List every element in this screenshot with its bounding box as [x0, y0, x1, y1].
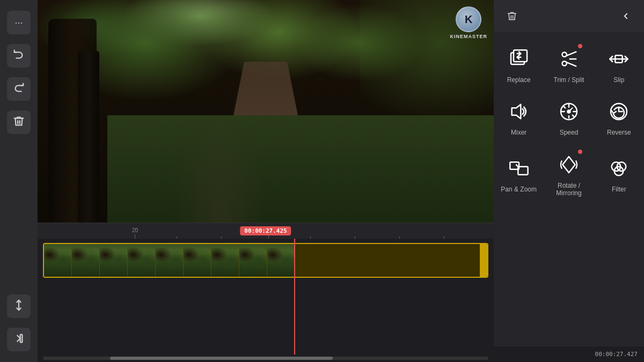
track-frame-7 — [211, 244, 239, 277]
pan-zoom-icon — [506, 156, 532, 181]
tools-grid: Replace Trim / Split — [494, 32, 644, 346]
right-panel: Replace Trim / Split — [494, 0, 644, 362]
svg-line-7 — [566, 62, 576, 66]
video-track[interactable] — [43, 243, 488, 278]
insert-icon — [13, 333, 25, 347]
adjust-icon — [13, 299, 25, 314]
speed-tool[interactable]: Speed — [544, 90, 594, 143]
undo-button[interactable] — [7, 44, 31, 68]
trash-icon — [13, 115, 25, 130]
rotate-mirroring-icon — [556, 152, 582, 178]
tree-trunk-secondary — [78, 51, 99, 223]
right-panel-header — [494, 0, 644, 32]
track-frames — [44, 244, 487, 277]
video-preview: K KINEMASTER — [38, 0, 494, 223]
panel-delete-button[interactable] — [502, 6, 522, 26]
right-foliage — [360, 0, 494, 118]
filter-label: Filter — [612, 186, 626, 193]
filter-icon — [606, 156, 632, 181]
track-frame-4 — [128, 244, 156, 277]
redo-button[interactable] — [7, 77, 31, 101]
trim-split-badge — [578, 44, 582, 48]
panel-back-button[interactable] — [616, 6, 635, 26]
forest-path — [212, 62, 319, 223]
svg-line-18 — [573, 115, 574, 117]
rotate-mirroring-badge — [578, 150, 582, 154]
filter-tool[interactable]: Filter — [594, 143, 644, 204]
track-frame-9 — [267, 244, 295, 277]
svg-rect-1 — [20, 334, 23, 342]
more-options-button[interactable]: ··· — [7, 11, 31, 34]
mixer-icon — [506, 99, 532, 124]
trim-split-label: Trim / Split — [554, 76, 584, 84]
undo-icon — [13, 49, 25, 63]
svg-point-20 — [567, 110, 570, 113]
main-container: ··· — [0, 0, 644, 362]
slip-label: Slip — [613, 76, 624, 84]
reverse-icon — [606, 99, 632, 124]
timeline-ruler: 20 25 — [38, 223, 494, 239]
svg-rect-3 — [514, 50, 527, 62]
foliage-overlay — [38, 0, 494, 118]
replace-icon — [506, 46, 532, 72]
insert-button[interactable] — [7, 328, 31, 351]
svg-line-17 — [564, 106, 565, 108]
timeline-scrollbar[interactable] — [43, 357, 488, 360]
ruler-mark-20: 20 — [132, 227, 138, 239]
timeline-tracks — [38, 239, 494, 354]
redo-icon — [13, 82, 25, 97]
pan-zoom-tool[interactable]: Pan & Zoom — [494, 143, 544, 204]
speed-label: Speed — [560, 129, 579, 136]
tree-trunk-main — [48, 19, 97, 223]
ruler-label-20: 20 — [132, 227, 138, 233]
track-frame-1 — [44, 244, 72, 277]
timeline-area: 20 25 — [38, 223, 494, 362]
playhead — [294, 239, 295, 354]
adjust-button[interactable] — [7, 294, 31, 318]
svg-marker-11 — [511, 105, 521, 119]
slip-icon — [606, 46, 632, 72]
replace-label: Replace — [507, 76, 531, 84]
ground-cover — [107, 115, 494, 223]
kinemaster-brand: KINEMASTER — [450, 34, 487, 39]
kinemaster-logo: K KINEMASTER — [450, 6, 487, 39]
ruler-line-20 — [135, 234, 135, 239]
track-frame-2 — [72, 244, 100, 277]
kinemaster-circle: K — [456, 6, 481, 32]
track-frame-5 — [156, 244, 184, 277]
kinemaster-k: K — [465, 13, 472, 26]
svg-line-6 — [566, 52, 576, 56]
reverse-label: Reverse — [607, 129, 631, 136]
slip-tool[interactable]: Slip — [594, 38, 644, 90]
pan-zoom-label: Pan & Zoom — [501, 186, 537, 193]
rotate-mirroring-tool[interactable]: Rotate /Mirroring — [544, 143, 594, 204]
video-background: K KINEMASTER — [38, 0, 494, 223]
trim-split-tool[interactable]: Trim / Split — [544, 38, 594, 90]
track-end-handle[interactable] — [480, 244, 487, 277]
mixer-label: Mixer — [511, 129, 526, 136]
track-frame-3 — [100, 244, 128, 277]
left-sidebar: ··· — [0, 0, 38, 362]
center-area: K KINEMASTER 20 25 — [38, 0, 494, 362]
current-timecode-badge: 00:00:27.425 — [240, 226, 291, 235]
scrollbar-thumb[interactable] — [110, 357, 333, 360]
track-frame-8 — [239, 244, 267, 277]
delete-button[interactable] — [7, 110, 31, 134]
trim-split-icon — [556, 46, 582, 72]
reverse-tool[interactable]: Reverse — [594, 90, 644, 143]
more-icon: ··· — [14, 17, 23, 28]
panel-timecode: 00:00:27.427 — [494, 346, 644, 362]
replace-tool[interactable]: Replace — [494, 38, 544, 90]
mixer-tool[interactable]: Mixer — [494, 90, 544, 143]
track-frame-6 — [184, 244, 211, 277]
speed-icon — [556, 99, 582, 124]
rotate-mirroring-label: Rotate /Mirroring — [556, 182, 581, 197]
